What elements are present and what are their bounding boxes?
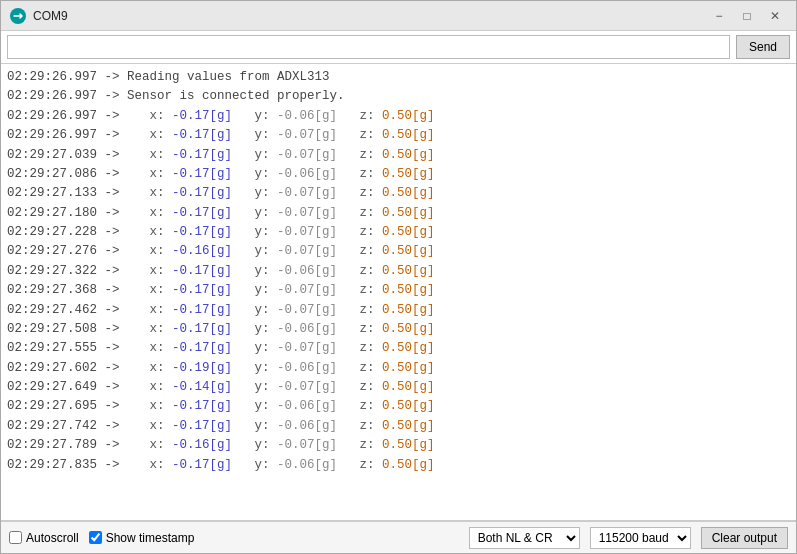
timestamp-group: Show timestamp: [89, 531, 195, 545]
line-ending-select[interactable]: No line endingNewlineCarriage returnBoth…: [469, 527, 580, 549]
send-button[interactable]: Send: [736, 35, 790, 59]
console-line: 02:29:26.997 -> Reading values from ADXL…: [7, 68, 790, 87]
console-line: 02:29:26.997 -> x: -0.17[g] y: -0.06[g] …: [7, 107, 790, 126]
console-line: 02:29:27.133 -> x: -0.17[g] y: -0.07[g] …: [7, 184, 790, 203]
timestamp-label: Show timestamp: [106, 531, 195, 545]
minimize-button[interactable]: −: [706, 5, 732, 27]
console-line: 02:29:27.508 -> x: -0.17[g] y: -0.06[g] …: [7, 320, 790, 339]
console-line: 02:29:27.835 -> x: -0.17[g] y: -0.06[g] …: [7, 456, 790, 475]
console-line: 02:29:27.368 -> x: -0.17[g] y: -0.07[g] …: [7, 281, 790, 300]
message-input[interactable]: [7, 35, 730, 59]
console-line: 02:29:27.086 -> x: -0.17[g] y: -0.06[g] …: [7, 165, 790, 184]
console-line: 02:29:27.742 -> x: -0.17[g] y: -0.06[g] …: [7, 417, 790, 436]
autoscroll-checkbox[interactable]: [9, 531, 22, 544]
console-line: 02:29:27.649 -> x: -0.14[g] y: -0.07[g] …: [7, 378, 790, 397]
console-line: 02:29:27.276 -> x: -0.16[g] y: -0.07[g] …: [7, 242, 790, 261]
console-line: 02:29:26.997 -> Sensor is connected prop…: [7, 87, 790, 106]
console-line: 02:29:27.555 -> x: -0.17[g] y: -0.07[g] …: [7, 339, 790, 358]
serial-monitor-window: COM9 − □ ✕ Send 02:29:26.997 -> Reading …: [0, 0, 797, 554]
autoscroll-label: Autoscroll: [26, 531, 79, 545]
console-line: 02:29:27.602 -> x: -0.19[g] y: -0.06[g] …: [7, 359, 790, 378]
arduino-icon: [9, 7, 27, 25]
console-line: 02:29:27.228 -> x: -0.17[g] y: -0.07[g] …: [7, 223, 790, 242]
console-line: 02:29:27.695 -> x: -0.17[g] y: -0.06[g] …: [7, 397, 790, 416]
baud-rate-select[interactable]: 300 baud1200 baud2400 baud4800 baud9600 …: [590, 527, 691, 549]
window-title: COM9: [33, 9, 706, 23]
send-toolbar: Send: [1, 31, 796, 64]
console-line: 02:29:26.997 -> x: -0.17[g] y: -0.07[g] …: [7, 126, 790, 145]
console-line: 02:29:27.462 -> x: -0.17[g] y: -0.07[g] …: [7, 301, 790, 320]
close-button[interactable]: ✕: [762, 5, 788, 27]
status-bar: Autoscroll Show timestamp No line ending…: [1, 521, 796, 553]
console-line: 02:29:27.180 -> x: -0.17[g] y: -0.07[g] …: [7, 204, 790, 223]
window-controls: − □ ✕: [706, 5, 788, 27]
maximize-button[interactable]: □: [734, 5, 760, 27]
console-line: 02:29:27.789 -> x: -0.16[g] y: -0.07[g] …: [7, 436, 790, 455]
timestamp-checkbox[interactable]: [89, 531, 102, 544]
console-line: 02:29:27.322 -> x: -0.17[g] y: -0.06[g] …: [7, 262, 790, 281]
clear-output-button[interactable]: Clear output: [701, 527, 788, 549]
title-bar: COM9 − □ ✕: [1, 1, 796, 31]
console-line: 02:29:27.039 -> x: -0.17[g] y: -0.07[g] …: [7, 146, 790, 165]
autoscroll-group: Autoscroll: [9, 531, 79, 545]
console-output[interactable]: 02:29:26.997 -> Reading values from ADXL…: [1, 64, 796, 521]
